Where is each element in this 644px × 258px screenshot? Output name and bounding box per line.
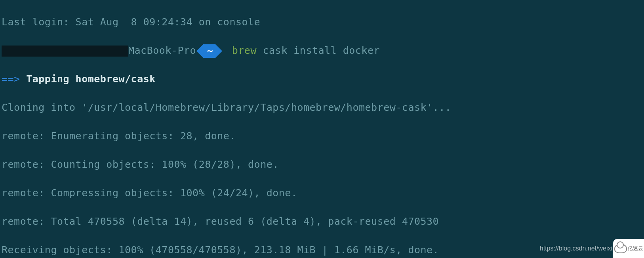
clone-line: Cloning into '/usr/local/Homebrew/Librar… [2, 101, 642, 115]
hostname: MacBook-Pro [128, 45, 202, 56]
terminal-output: Last login: Sat Aug 8 09:24:34 on consol… [0, 0, 644, 258]
command-args: cask install docker [257, 45, 380, 56]
command-brew: brew [232, 45, 257, 56]
cloud-icon [614, 244, 627, 253]
watermark-url: https://blog.csdn.net/weixi [540, 241, 612, 256]
watermark-badge: 亿速云 [613, 239, 644, 258]
count-line: remote: Counting objects: 100% (28/28), … [2, 157, 642, 172]
compress-line: remote: Compressing objects: 100% (24/24… [2, 186, 642, 200]
prompt-line[interactable]: MacBook-Pro ~ brew cask install docker [2, 44, 642, 58]
watermark-text: 亿速云 [628, 241, 643, 256]
redacted-user [2, 46, 128, 57]
cwd-segment: ~ [203, 44, 216, 58]
arrow-icon: ==> [2, 73, 20, 85]
enum-line: remote: Enumerating objects: 28, done. [2, 129, 642, 143]
step-tapping: ==> Tapping homebrew/cask [2, 72, 642, 86]
last-login-line: Last login: Sat Aug 8 09:24:34 on consol… [2, 15, 642, 29]
total-line: remote: Total 470558 (delta 14), reused … [2, 214, 642, 229]
tapping-text: Tapping homebrew/cask [20, 73, 156, 85]
tilde: ~ [207, 45, 213, 57]
